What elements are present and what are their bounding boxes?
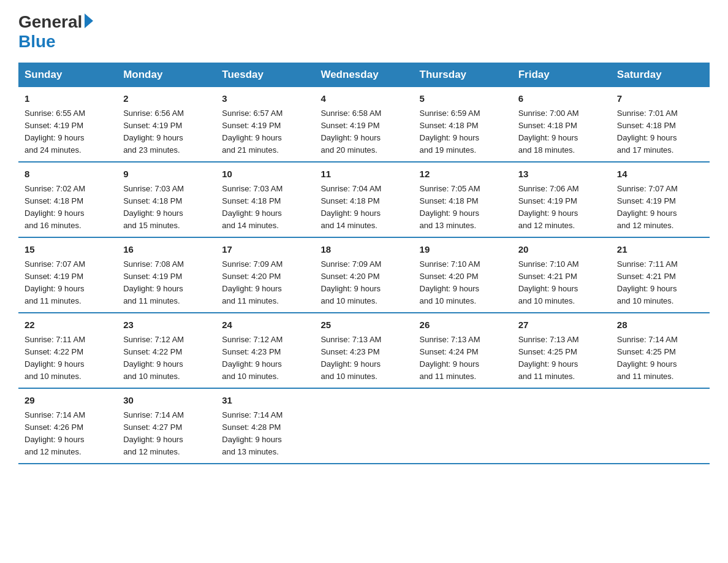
day-cell: 22Sunrise: 7:11 AM Sunset: 4:22 PM Dayli… [18, 313, 117, 388]
day-number: 20 [518, 243, 605, 257]
day-number: 6 [518, 92, 605, 106]
day-cell: 31Sunrise: 7:14 AM Sunset: 4:28 PM Dayli… [216, 388, 314, 464]
header-cell-friday: Friday [512, 63, 611, 87]
day-cell: 12Sunrise: 7:05 AM Sunset: 4:18 PM Dayli… [414, 162, 512, 237]
day-info: Sunrise: 7:13 AM Sunset: 4:23 PM Dayligh… [320, 334, 407, 383]
day-number: 22 [25, 318, 111, 332]
day-number: 9 [123, 167, 210, 182]
day-cell: 5Sunrise: 6:59 AM Sunset: 4:18 PM Daylig… [414, 87, 512, 162]
day-number: 14 [617, 167, 703, 182]
week-row-3: 15Sunrise: 7:07 AM Sunset: 4:19 PM Dayli… [18, 237, 710, 313]
day-cell: 15Sunrise: 7:07 AM Sunset: 4:19 PM Dayli… [18, 237, 117, 313]
day-number: 30 [123, 394, 210, 408]
day-number: 11 [320, 167, 407, 182]
day-number: 12 [420, 167, 506, 182]
day-info: Sunrise: 7:12 AM Sunset: 4:22 PM Dayligh… [123, 334, 210, 383]
day-info: Sunrise: 7:12 AM Sunset: 4:23 PM Dayligh… [222, 334, 308, 383]
calendar-body: 1Sunrise: 6:55 AM Sunset: 4:19 PM Daylig… [18, 87, 710, 464]
day-cell: 30Sunrise: 7:14 AM Sunset: 4:27 PM Dayli… [117, 388, 216, 464]
header-cell-sunday: Sunday [18, 63, 117, 87]
day-info: Sunrise: 7:10 AM Sunset: 4:21 PM Dayligh… [518, 258, 605, 308]
day-cell: 11Sunrise: 7:04 AM Sunset: 4:18 PM Dayli… [314, 162, 413, 237]
day-info: Sunrise: 6:55 AM Sunset: 4:19 PM Dayligh… [25, 107, 111, 157]
day-cell: 7Sunrise: 7:01 AM Sunset: 4:18 PM Daylig… [611, 87, 710, 162]
day-info: Sunrise: 7:05 AM Sunset: 4:18 PM Dayligh… [420, 183, 506, 232]
day-info: Sunrise: 7:14 AM Sunset: 4:26 PM Dayligh… [25, 409, 111, 459]
day-info: Sunrise: 7:06 AM Sunset: 4:19 PM Dayligh… [518, 183, 605, 232]
day-number: 17 [222, 243, 308, 257]
day-number: 10 [222, 167, 308, 182]
calendar-table: SundayMondayTuesdayWednesdayThursdayFrid… [18, 63, 710, 464]
logo: General Blue [18, 12, 93, 52]
day-info: Sunrise: 7:02 AM Sunset: 4:18 PM Dayligh… [25, 183, 111, 232]
week-row-5: 29Sunrise: 7:14 AM Sunset: 4:26 PM Dayli… [18, 388, 710, 464]
day-cell: 19Sunrise: 7:10 AM Sunset: 4:20 PM Dayli… [414, 237, 512, 313]
day-number: 24 [222, 318, 308, 332]
header-cell-saturday: Saturday [611, 63, 710, 87]
header-cell-tuesday: Tuesday [216, 63, 314, 87]
day-info: Sunrise: 7:10 AM Sunset: 4:20 PM Dayligh… [420, 258, 506, 308]
day-info: Sunrise: 7:07 AM Sunset: 4:19 PM Dayligh… [25, 258, 111, 308]
day-number: 31 [222, 394, 308, 408]
header-cell-monday: Monday [117, 63, 216, 87]
day-number: 5 [420, 92, 506, 106]
day-info: Sunrise: 7:00 AM Sunset: 4:18 PM Dayligh… [518, 107, 605, 157]
day-info: Sunrise: 6:58 AM Sunset: 4:19 PM Dayligh… [320, 107, 407, 157]
day-cell: 24Sunrise: 7:12 AM Sunset: 4:23 PM Dayli… [216, 313, 314, 388]
day-number: 4 [320, 92, 407, 106]
day-cell [314, 388, 413, 464]
day-number: 27 [518, 318, 605, 332]
logo-arrow-icon [85, 13, 93, 28]
day-info: Sunrise: 7:14 AM Sunset: 4:25 PM Dayligh… [617, 334, 703, 383]
day-number: 3 [222, 92, 308, 106]
day-number: 13 [518, 167, 605, 182]
day-cell: 26Sunrise: 7:13 AM Sunset: 4:24 PM Dayli… [414, 313, 512, 388]
day-info: Sunrise: 7:11 AM Sunset: 4:22 PM Dayligh… [25, 334, 111, 383]
day-cell: 13Sunrise: 7:06 AM Sunset: 4:19 PM Dayli… [512, 162, 611, 237]
day-number: 23 [123, 318, 210, 332]
day-info: Sunrise: 7:08 AM Sunset: 4:19 PM Dayligh… [123, 258, 210, 308]
day-cell: 21Sunrise: 7:11 AM Sunset: 4:21 PM Dayli… [611, 237, 710, 313]
day-number: 7 [617, 92, 703, 106]
day-info: Sunrise: 6:57 AM Sunset: 4:19 PM Dayligh… [222, 107, 308, 157]
day-info: Sunrise: 7:03 AM Sunset: 4:18 PM Dayligh… [222, 183, 308, 232]
page-header: General Blue [18, 12, 710, 52]
day-number: 16 [123, 243, 210, 257]
day-info: Sunrise: 7:09 AM Sunset: 4:20 PM Dayligh… [222, 258, 308, 308]
day-cell: 18Sunrise: 7:09 AM Sunset: 4:20 PM Dayli… [314, 237, 413, 313]
day-cell [611, 388, 710, 464]
day-number: 19 [420, 243, 506, 257]
day-cell: 6Sunrise: 7:00 AM Sunset: 4:18 PM Daylig… [512, 87, 611, 162]
day-cell: 29Sunrise: 7:14 AM Sunset: 4:26 PM Dayli… [18, 388, 117, 464]
day-info: Sunrise: 7:04 AM Sunset: 4:18 PM Dayligh… [320, 183, 407, 232]
week-row-4: 22Sunrise: 7:11 AM Sunset: 4:22 PM Dayli… [18, 313, 710, 388]
day-cell [512, 388, 611, 464]
day-cell: 17Sunrise: 7:09 AM Sunset: 4:20 PM Dayli… [216, 237, 314, 313]
day-number: 26 [420, 318, 506, 332]
day-cell: 14Sunrise: 7:07 AM Sunset: 4:19 PM Dayli… [611, 162, 710, 237]
day-number: 1 [25, 92, 111, 106]
day-cell: 10Sunrise: 7:03 AM Sunset: 4:18 PM Dayli… [216, 162, 314, 237]
week-row-2: 8Sunrise: 7:02 AM Sunset: 4:18 PM Daylig… [18, 162, 710, 237]
day-number: 2 [123, 92, 210, 106]
day-number: 25 [320, 318, 407, 332]
day-info: Sunrise: 7:14 AM Sunset: 4:27 PM Dayligh… [123, 409, 210, 459]
day-cell: 4Sunrise: 6:58 AM Sunset: 4:19 PM Daylig… [314, 87, 413, 162]
day-cell: 23Sunrise: 7:12 AM Sunset: 4:22 PM Dayli… [117, 313, 216, 388]
header-cell-thursday: Thursday [414, 63, 512, 87]
day-info: Sunrise: 7:13 AM Sunset: 4:25 PM Dayligh… [518, 334, 605, 383]
day-number: 28 [617, 318, 703, 332]
calendar-header: SundayMondayTuesdayWednesdayThursdayFrid… [18, 63, 710, 87]
day-cell: 1Sunrise: 6:55 AM Sunset: 4:19 PM Daylig… [18, 87, 117, 162]
day-cell: 20Sunrise: 7:10 AM Sunset: 4:21 PM Dayli… [512, 237, 611, 313]
day-number: 21 [617, 243, 703, 257]
day-cell [414, 388, 512, 464]
day-number: 18 [320, 243, 407, 257]
day-number: 15 [25, 243, 111, 257]
week-row-1: 1Sunrise: 6:55 AM Sunset: 4:19 PM Daylig… [18, 87, 710, 162]
day-info: Sunrise: 6:59 AM Sunset: 4:18 PM Dayligh… [420, 107, 506, 157]
day-cell: 9Sunrise: 7:03 AM Sunset: 4:18 PM Daylig… [117, 162, 216, 237]
logo-text: General [18, 12, 93, 32]
day-info: Sunrise: 7:03 AM Sunset: 4:18 PM Dayligh… [123, 183, 210, 232]
logo-general: General [18, 12, 82, 32]
